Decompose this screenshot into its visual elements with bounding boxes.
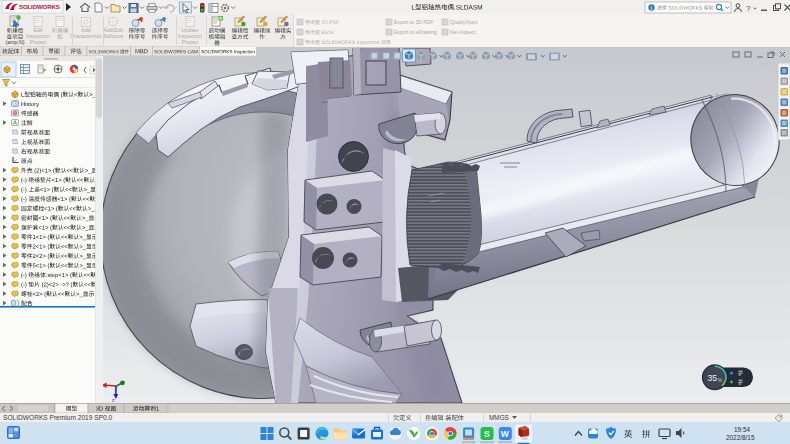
svg-text:W: W [501, 429, 510, 439]
svg-text:Add: Add [81, 27, 90, 33]
svg-text:Export to eDrawing: Export to eDrawing [394, 29, 437, 35]
svg-text:Add/Edit: Add/Edit [103, 27, 124, 33]
svg-text:%: % [718, 378, 722, 383]
svg-text:QualityXpert: QualityXpert [450, 19, 478, 25]
svg-text:Project: Project [182, 39, 199, 45]
svg-text:19:54: 19:54 [734, 426, 750, 433]
svg-text:Balloons: Balloons [103, 33, 124, 39]
svg-text:Edit: Edit [33, 27, 43, 33]
svg-text:SOLIDWORKS: SOLIDWORKS [19, 3, 60, 10]
svg-text:Inspection: Inspection [178, 33, 202, 39]
svg-text:S: S [484, 429, 490, 439]
svg-text:MMGS: MMGS [489, 414, 509, 421]
svg-text:Export to 3D PDF: Export to 3D PDF [394, 19, 433, 25]
svg-text:(amp;N): (amp;N) [5, 39, 24, 45]
svg-text:Inspection: Inspection [26, 33, 50, 39]
svg-text:Project: Project [30, 39, 47, 45]
svg-text:Net-Inspect: Net-Inspect [450, 29, 476, 35]
svg-text:2022/8/15: 2022/8/15 [726, 434, 755, 441]
svg-text:SOLIDWORKS Premium 2019 SP0.0: SOLIDWORKS Premium 2019 SP0.0 [3, 414, 113, 421]
svg-text:Characteristic: Characteristic [70, 33, 103, 39]
svg-text:Update: Update [181, 27, 198, 33]
svg-text:35: 35 [708, 373, 718, 383]
svg-text:?: ? [746, 4, 751, 13]
